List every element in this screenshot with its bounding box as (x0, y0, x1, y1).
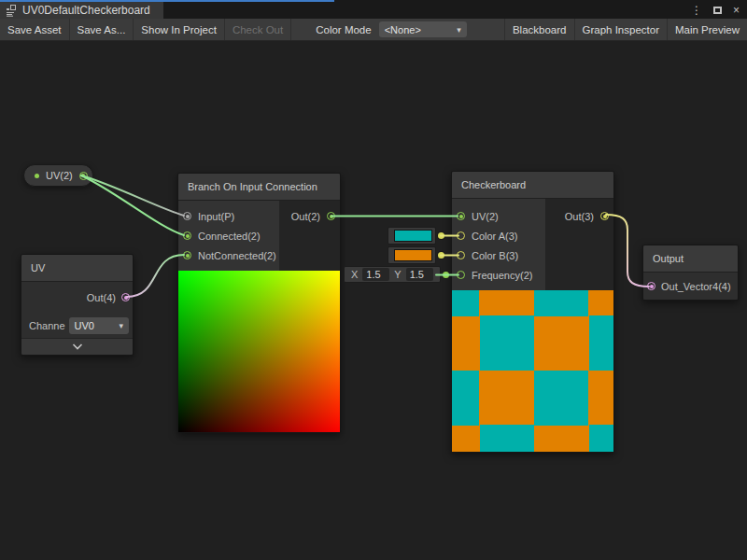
branch-input-row-connected: Connected(2) (178, 226, 279, 245)
color-a-label: Color A(3) (472, 231, 518, 242)
uv2-pill-label: UV(2) (46, 170, 73, 181)
input-p-port[interactable] (183, 212, 191, 220)
frequency-widget: X 1.5 Y 1.5 (344, 266, 449, 283)
color-a-swatch-box[interactable] (388, 227, 436, 245)
checkerboard-node-title[interactable]: Checkerboard (452, 172, 613, 199)
color-mode-label: Color Mode (316, 24, 371, 35)
collapse-chevron-icon (72, 343, 83, 350)
graph-canvas[interactable]: UV(2) Branch On Input Connection Input(P… (0, 41, 747, 559)
frequency-y-label: Y (394, 269, 401, 280)
chevron-down-icon: ▾ (457, 25, 461, 35)
checker-input-row-frequency: Frequency(2) (452, 265, 545, 285)
edge-uvpill-to-input-p[interactable] (81, 175, 184, 216)
check-out-button: Check Out (225, 19, 291, 40)
color-b-port[interactable] (457, 251, 465, 259)
notconnected-label: NotConnected(2) (198, 250, 276, 261)
color-mode-value: <None> (385, 24, 421, 35)
notconnected-port[interactable] (183, 251, 191, 259)
save-asset-button[interactable]: Save Asset (0, 19, 70, 40)
window-controls: ⋮ × (691, 3, 740, 18)
node-output[interactable]: Output Out_Vector4(4) (642, 245, 739, 301)
channel-dropdown[interactable]: UV0 ▾ (69, 317, 129, 334)
shader-graph-icon (6, 5, 18, 17)
color-b-widget-port[interactable] (438, 252, 444, 259)
uv-out-port[interactable] (121, 293, 130, 301)
maximize-icon[interactable] (713, 7, 722, 14)
input-p-label: Input(P) (198, 211, 234, 222)
show-in-project-button[interactable]: Show In Project (134, 19, 225, 40)
graph-inspector-button[interactable]: Graph Inspector (574, 19, 667, 40)
node-uv2-pill[interactable]: UV(2) (23, 164, 93, 187)
color-b-label: Color B(3) (472, 250, 518, 261)
color-mode-dropdown[interactable]: <None> ▾ (379, 21, 467, 37)
out-vector4-label: Out_Vector4(4) (661, 281, 731, 292)
main-preview-button[interactable]: Main Preview (667, 19, 747, 40)
uv-out-label: Out(4) (87, 292, 116, 303)
channel-value: UV0 (75, 320, 94, 331)
output-node-title[interactable]: Output (643, 245, 738, 273)
checker-uv-port[interactable] (457, 212, 465, 220)
branch-uv-gradient-preview (178, 271, 340, 432)
branch-out-port[interactable] (327, 212, 335, 220)
connected-label: Connected(2) (198, 231, 261, 242)
branch-output-row: Out(2) (279, 206, 340, 226)
uv-channel-control: Channe UV0 ▾ (21, 313, 133, 338)
uv-node-collapse-toggle[interactable] (21, 338, 133, 355)
frequency-x-label: X (351, 269, 358, 280)
checker-input-row-color-b: Color B(3) (452, 245, 545, 265)
node-uv[interactable]: UV Out(4) Channe UV0 ▾ (21, 254, 134, 356)
color-a-widget-port[interactable] (438, 232, 444, 239)
branch-input-row-input-p: Input(P) (178, 206, 279, 226)
frequency-x-input[interactable]: 1.5 (362, 268, 389, 281)
toolbar: Save Asset Save As... Show In Project Ch… (0, 19, 747, 41)
panel-toggle-group: Blackboard Graph Inspector Main Preview (504, 19, 747, 40)
checker-input-row-color-a: Color A(3) (452, 226, 545, 245)
uv-output-row: Out(4) (21, 282, 133, 313)
edge-uvpill-to-connected[interactable] (81, 175, 184, 235)
uv2-output-port[interactable] (79, 172, 88, 180)
output-input-row: Out_Vector4(4) (643, 273, 738, 300)
kebab-menu-icon[interactable]: ⋮ (691, 4, 702, 17)
checker-uv-label: UV(2) (472, 211, 499, 222)
connected-port[interactable] (183, 231, 191, 240)
tab-title: UV0DefaultCheckerboard (22, 4, 150, 17)
close-icon[interactable]: × (733, 4, 740, 17)
branch-out-label: Out(2) (291, 211, 320, 222)
document-tab[interactable]: UV0DefaultCheckerboard (0, 2, 163, 19)
checker-out-port[interactable] (600, 212, 609, 220)
uv-node-title[interactable]: UV (21, 255, 133, 282)
branch-node-title[interactable]: Branch On Input Connection (178, 174, 340, 201)
out-vector4-port[interactable] (647, 282, 655, 290)
checkerboard-preview (452, 290, 613, 452)
color-b-swatch[interactable] (394, 249, 432, 261)
branch-input-row-notconnected: NotConnected(2) (178, 245, 279, 265)
color-b-swatch-box[interactable] (388, 246, 436, 264)
frequency-y-input[interactable]: 1.5 (406, 268, 433, 281)
edge-uvout4-to-notconnected[interactable] (127, 255, 184, 297)
blackboard-button[interactable]: Blackboard (504, 19, 574, 40)
frequency-fields: X 1.5 Y 1.5 (344, 266, 441, 283)
frequency-label: Frequency(2) (472, 270, 532, 281)
channel-label: Channe (29, 320, 65, 331)
color-a-widget (388, 227, 444, 245)
frequency-port[interactable] (457, 271, 465, 279)
checker-input-row-uv: UV(2) (452, 206, 545, 226)
node-checkerboard[interactable]: Checkerboard UV(2) Color A(3) Color B(3) (451, 171, 614, 453)
color-b-widget (388, 246, 444, 264)
checker-out-label: Out(3) (565, 211, 594, 222)
color-a-port[interactable] (457, 231, 465, 240)
color-mode-group: Color Mode <None> ▾ (316, 21, 466, 37)
node-branch-on-input-connection[interactable]: Branch On Input Connection Input(P) Conn… (177, 173, 341, 433)
frequency-widget-port[interactable] (443, 272, 449, 278)
uv2-indicator-dot (35, 174, 39, 178)
save-as-button[interactable]: Save As... (70, 19, 134, 40)
checker-output-row: Out(3) (545, 206, 613, 226)
chevron-down-icon: ▾ (119, 321, 123, 330)
color-a-swatch[interactable] (394, 230, 432, 242)
title-bar: UV0DefaultCheckerboard ⋮ × (0, 0, 747, 19)
